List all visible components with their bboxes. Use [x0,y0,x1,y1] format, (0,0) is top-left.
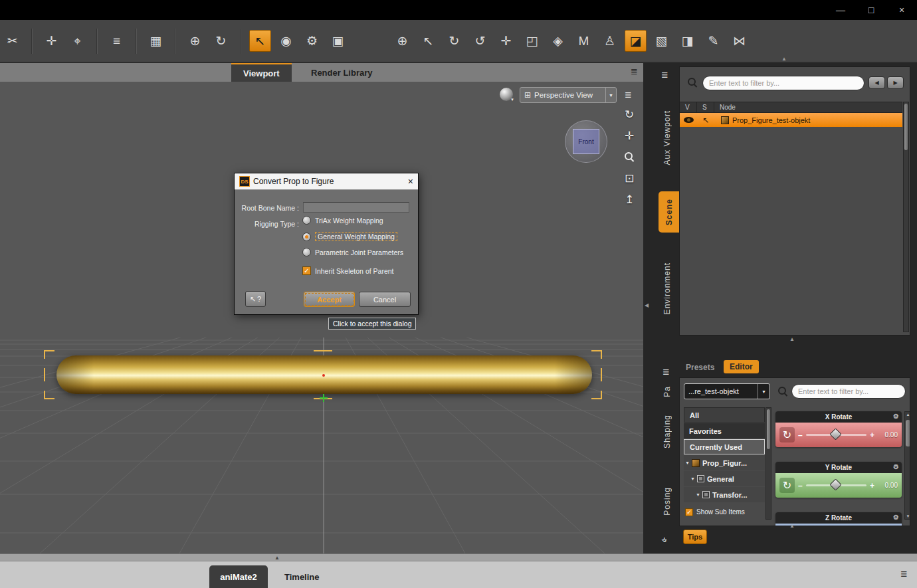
list-item-node-group[interactable]: ▼ Prop_Figur... [684,455,765,470]
scroll-up-icon[interactable]: ▲ [905,413,910,417]
node-selector-dropdown[interactable]: ...re_test-objekt ▼ [684,383,770,399]
dialog-close-icon[interactable]: × [408,176,413,187]
memorize-pose-tool-icon[interactable]: M [573,30,595,52]
list-item-transforms-group[interactable]: ▼ Transfor... [684,487,765,502]
side-tab-shaping[interactable]: Shaping [655,408,679,456]
sliders-scrollbar[interactable]: ▲ ▼ [904,411,910,520]
increment-button[interactable]: + [870,481,874,490]
tab-viewport[interactable]: Viewport [231,63,292,82]
slider-handle[interactable] [829,428,841,440]
splitter-left-arrow[interactable]: ◀ [645,302,649,308]
frame-view-icon[interactable]: ⊡ [622,171,637,185]
tool-settings-icon[interactable]: ⚙ [301,30,323,52]
tree-expand-icon[interactable]: ▼ [690,476,695,481]
tree-expand-icon[interactable]: ▼ [696,492,700,497]
tab-timeline[interactable]: Timeline [284,565,320,588]
viewport-3d[interactable]: ▼ ⊞ Perspective View ▼ ≣ ↻ ✛ ⊡ ↥ Front D… [0,82,643,553]
universal-tool-icon[interactable]: ⊕ [391,30,413,52]
pane-options-icon[interactable]: ≣ [900,569,908,579]
pane-options-icon[interactable]: ≣ [661,70,668,80]
surface-selection-tool-icon[interactable]: ◪ [625,30,647,52]
brush-tool-icon[interactable]: ✎ [702,30,724,52]
accept-button[interactable]: Accept [304,292,355,307]
export-cube-tool-icon[interactable]: ◨ [676,30,698,52]
rotate-tool-icon[interactable]: ↺ [469,30,491,52]
list-item-all[interactable]: All [684,407,765,423]
radio-triax-weight-mapping[interactable]: TriAx Weight Mapping [302,216,383,225]
draw-style-arrow-icon[interactable]: ▼ [510,98,514,102]
pane-options-icon[interactable]: ≣ [625,90,632,100]
y-rotate-value[interactable]: 0.00 [878,482,898,489]
render-settings-tool-icon[interactable]: ▧ [651,30,672,52]
tab-scene[interactable]: Scene [659,191,679,233]
pointer-rotate-tool-icon[interactable]: ↻ [210,30,232,52]
camera-view-selector[interactable]: ⊞ Perspective View ▼ [520,87,617,103]
transform-origin-tool-icon[interactable]: ◈ [547,30,569,52]
home-view-icon[interactable]: ↥ [622,192,637,207]
slider-handle[interactable] [829,478,841,490]
visibility-eye-icon[interactable] [684,117,694,123]
orb-gizmo-tool-icon[interactable]: ⊕ [184,30,206,52]
filter-forward-button[interactable]: ▶ [887,76,904,89]
rotate-select-tool-icon[interactable]: ↻ [443,30,465,52]
radio-parametric-joint-parameters[interactable]: Parametric Joint Parameters [302,248,403,256]
parameter-list-scrollbar[interactable] [765,407,771,520]
node-selection-tool-icon[interactable]: ↖ [249,30,271,52]
scale-tool-icon[interactable]: ◰ [521,30,543,52]
rotate-dial-icon[interactable]: ↻ [779,478,795,493]
rotate-dial-icon[interactable]: ↻ [779,427,795,442]
window-minimize-button[interactable]: — [825,0,856,20]
window-restore-button[interactable]: □ [856,0,886,20]
collapse-pane-icon[interactable]: » [659,534,670,545]
tips-button[interactable]: Tips [683,530,707,544]
list-item-general-group[interactable]: ▼ General [684,471,765,486]
slider-track[interactable] [806,434,866,436]
tab-render-library[interactable]: Render Library [304,63,379,82]
dialog-titlebar[interactable]: DS Convert Prop to Figure × [235,173,418,190]
tab-presets[interactable]: Presets [686,363,714,372]
window-close-button[interactable]: × [886,0,917,20]
gear-icon[interactable]: ⚙ [893,413,899,420]
scroll-down-icon[interactable]: ▼ [905,514,910,518]
sphere-tool-icon[interactable]: ◉ [275,30,297,52]
orbit-view-icon[interactable]: ↻ [622,107,637,122]
radio-general-weight-mapping[interactable]: General Weight Mapping [302,232,397,241]
parameters-filter-input[interactable] [791,384,906,399]
list-item-favorites[interactable]: Favorites [684,423,765,439]
decrement-button[interactable]: – [798,431,803,440]
gear-icon[interactable]: ⚙ [893,514,899,521]
tab-aux-viewport[interactable]: Aux Viewport [655,100,679,176]
help-button[interactable]: ↖? [245,291,266,307]
side-tab-parameters-truncated[interactable]: Pa [655,381,679,401]
cancel-button[interactable]: Cancel [359,292,411,307]
chevron-down-icon[interactable]: ▼ [605,88,616,102]
translate-tool-icon[interactable]: ✛ [495,30,517,52]
select-tool-icon[interactable]: ↖ [417,30,439,52]
connect-tool-icon[interactable]: ⋈ [728,30,750,52]
actor-tool-icon[interactable]: ♙ [599,30,621,52]
filter-back-button[interactable]: ◀ [868,76,885,89]
gear-icon[interactable]: ⚙ [893,463,899,470]
increment-button[interactable]: + [870,431,874,440]
slider-track[interactable] [806,484,866,486]
tab-environment[interactable]: Environment [655,251,679,326]
decrement-button[interactable]: – [798,481,803,490]
cut-tool-icon[interactable]: ✂ [1,30,23,52]
selectable-pointer-icon[interactable]: ↖ [702,116,709,125]
splitter-up-arrow[interactable]: ▲ [789,336,795,342]
tree-expand-icon[interactable]: ▼ [685,460,690,465]
root-bone-name-input[interactable] [303,202,409,213]
view-navigation-cube[interactable]: Front [565,120,607,163]
scene-node-row[interactable]: ↖ Prop_Figure_test-objekt [680,113,902,127]
scene-filter-input[interactable] [702,76,865,90]
node-add-tool-icon[interactable]: ✛ [41,30,62,52]
nav-cube-front-face[interactable]: Front [573,129,599,154]
horizontal-splitter[interactable]: ▲ [0,553,917,561]
tab-animate2[interactable]: aniMate2 [209,565,268,588]
side-tab-posing[interactable]: Posing [655,477,679,525]
splitter-up-arrow[interactable]: ▲ [781,56,787,62]
null-add-tool-icon[interactable]: ⌖ [66,30,88,52]
pane-options-icon[interactable]: ≣ [631,66,638,76]
scene-scrollbar[interactable] [903,102,909,332]
x-rotate-value[interactable]: 0.00 [878,431,898,439]
